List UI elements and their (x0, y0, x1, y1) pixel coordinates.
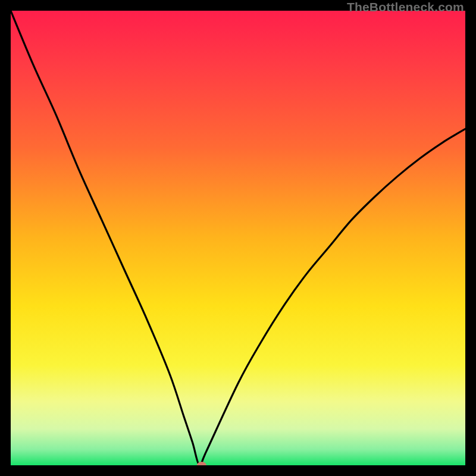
chart-frame (11, 11, 465, 465)
gradient-background (11, 11, 465, 465)
bottleneck-chart (11, 11, 465, 465)
watermark-text: TheBottleneck.com (347, 0, 464, 14)
